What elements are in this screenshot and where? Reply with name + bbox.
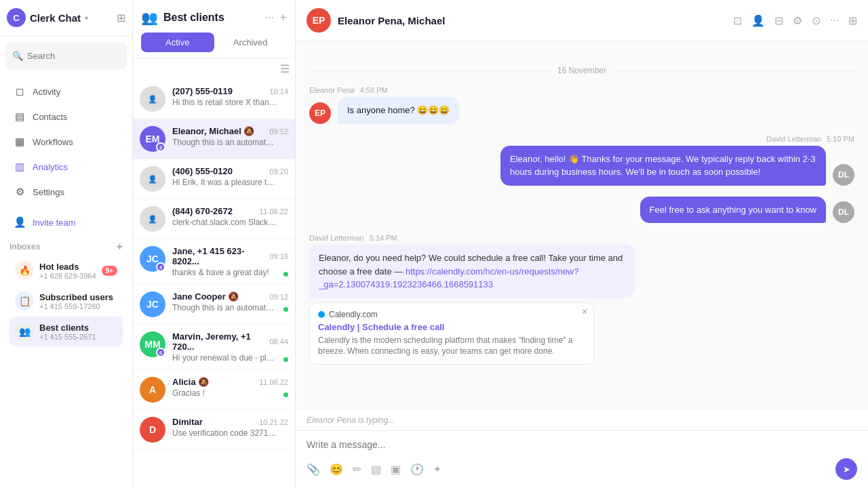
settings-icon: ⚙: [14, 186, 26, 198]
message-group: David Letterman 5:14 PM Eleanor, do you …: [309, 234, 854, 365]
conv-name: (406) 555-0120: [172, 166, 233, 176]
chat-inbox-icon[interactable]: ⊟: [774, 14, 783, 27]
chat-settings-icon[interactable]: ⚙: [793, 14, 802, 27]
schedule-icon[interactable]: 🕐: [410, 463, 424, 476]
chat-timer-icon[interactable]: ⊙: [812, 14, 821, 27]
inbox-icon-best: 👥: [15, 322, 34, 341]
conv-avatar-wrap: A: [140, 377, 165, 403]
conv-avatar: D: [140, 417, 165, 443]
conversation-item[interactable]: MM 6 Marvin, Jeremy, +1 720... 08:44 Hi …: [133, 325, 295, 370]
chat-more-icon[interactable]: ···: [830, 14, 839, 26]
conv-name: Eleanor, Michael 🔕: [172, 126, 255, 136]
conv-tabs: Active Archived: [141, 33, 287, 52]
tab-archived[interactable]: Archived: [214, 33, 288, 52]
inbox-number-best: +1 415 555-2671: [39, 333, 117, 341]
conv-more-button[interactable]: ···: [265, 12, 274, 24]
conv-add-button[interactable]: +: [279, 11, 287, 25]
search-box[interactable]: 🔍 ⌘ k: [5, 43, 127, 69]
conv-badge: 2: [156, 142, 165, 152]
conv-content: Jane, +1 415 623-8202... 09:16 thanks & …: [172, 246, 288, 277]
conv-time: 10:14: [269, 87, 288, 96]
inboxes-header: Inboxes +: [9, 241, 123, 253]
nav-item-contacts[interactable]: ▤ Contacts: [4, 104, 128, 129]
nav-label-activity: Activity: [33, 87, 60, 97]
calendly-icon: [318, 311, 325, 318]
conversation-item[interactable]: EM 2 Eleanor, Michael 🔕 09:52 Though thi…: [133, 119, 295, 159]
nav-label-workflows: Workflows: [33, 137, 73, 147]
search-input[interactable]: [27, 51, 141, 61]
inbox-item-best-clients[interactable]: 👥 Best clients +1 415 555-2671: [9, 317, 123, 346]
conversation-item[interactable]: JC 4 Jane, +1 415 623-8202... 09:16 than…: [133, 239, 295, 285]
inbox-item-subscribed-users[interactable]: 📋 Subscribed users +1 415 559-17260: [9, 286, 123, 316]
invite-team-button[interactable]: 👤 Invite team: [4, 210, 128, 235]
attachment-icon[interactable]: 📎: [307, 463, 320, 476]
msg-row: DL Feel free to ask anything you want to…: [309, 197, 854, 224]
conversation-item[interactable]: 👤 (406) 555-0120 09:20 Hi Erik, It was a…: [133, 159, 295, 199]
nav-item-settings[interactable]: ⚙ Settings: [4, 180, 128, 204]
inboxes-section: Inboxes + 🔥 Hot leads +1 628 629-3964 9+…: [0, 235, 132, 350]
chat-info-icon[interactable]: ⊞: [848, 14, 857, 27]
conv-name: Alicia 🔕: [172, 377, 209, 387]
sidebar-brand[interactable]: C Clerk Chat ▾: [7, 8, 88, 27]
chevron-down-icon: ▾: [85, 14, 88, 22]
conv-avatar: JC: [140, 291, 165, 317]
chat-contact-icon[interactable]: 👤: [751, 14, 765, 27]
inbox-badge-hot-leads: 9+: [102, 266, 117, 276]
close-preview-button[interactable]: ✕: [581, 307, 588, 317]
analytics-icon: ▥: [14, 161, 26, 173]
inbox-name-hot-leads: Hot leads: [39, 262, 96, 272]
conv-time: 09:16: [269, 252, 288, 260]
nav-item-workflows[interactable]: ▦ Workflows: [4, 129, 128, 154]
conv-header-row: (406) 555-0120 09:20: [172, 166, 288, 176]
sidebar-header: C Clerk Chat ▾ ⊞: [0, 0, 132, 36]
conv-preview: Though this is an automated text, we're …: [172, 138, 277, 147]
inbox-name-best: Best clients: [39, 323, 117, 333]
template-icon[interactable]: ▤: [371, 463, 381, 476]
nav-item-analytics[interactable]: ▥ Analytics: [4, 155, 128, 179]
conversations-header: 👥 Best clients ··· + Active Archived: [133, 0, 295, 58]
ai-icon[interactable]: ✦: [433, 464, 441, 474]
unread-dot: [283, 307, 288, 312]
send-button[interactable]: ➤: [835, 458, 857, 480]
conversation-item[interactable]: 👤 (844) 670-2672 11.08.22 clerk-chat.sla…: [133, 199, 295, 239]
conv-avatar-wrap: 👤: [140, 206, 165, 232]
inbox-item-hot-leads[interactable]: 🔥 Hot leads +1 628 629-3964 9+: [9, 256, 123, 285]
sidebar: C Clerk Chat ▾ ⊞ 🔍 ⌘ k ◻ Activity ▤ Cont…: [0, 0, 133, 488]
message-group: DL Feel free to ask anything you want to…: [309, 197, 854, 224]
conversation-item[interactable]: D Dimitar 10.21.22 Use verification code…: [133, 410, 295, 450]
conv-header-row: (207) 555-0119 10:14: [172, 86, 288, 96]
link-preview-title[interactable]: Calendly | Schedule a free call: [318, 322, 585, 332]
conversation-item[interactable]: JC Jane Cooper 🔕 09:12 Though this is an…: [133, 285, 295, 325]
inboxes-label: Inboxes: [9, 242, 40, 251]
msg-row: EP Is anyone home? 😀😀😀: [309, 97, 854, 124]
conv-time: 11.08.22: [259, 207, 288, 216]
conv-avatar: A: [140, 377, 165, 403]
conv-content: Marvin, Jeremy, +1 720... 08:44 Hi your …: [172, 331, 288, 363]
emoji-icon[interactable]: 😊: [330, 463, 343, 476]
filter-icon[interactable]: ☰: [280, 62, 290, 75]
msg-sender-info: Eleanor Pena 4:58 PM: [309, 86, 854, 94]
chat-input-area: 📎 😊 ✏ ▤ ▣ 🕐 ✦ ➤: [296, 430, 868, 488]
conv-preview: Hi your renewal is due - please pay here…: [172, 353, 277, 363]
conv-content: Eleanor, Michael 🔕 09:52 Though this is …: [172, 126, 288, 147]
conv-filter: ☰: [133, 58, 295, 79]
conv-header-row: Dimitar 10.21.22: [172, 417, 288, 427]
edit-icon[interactable]: ✏: [353, 463, 361, 476]
conv-badge: 4: [156, 262, 165, 272]
conv-preview: Hi this is retail store X thanks for con…: [172, 98, 277, 107]
chat-message-input[interactable]: [307, 439, 857, 450]
chat-video-icon[interactable]: ⊡: [733, 14, 742, 27]
conversation-item[interactable]: A Alicia 🔕 11.08.22 Gracias !: [133, 370, 295, 410]
link-preview-site: Calendly.com: [318, 310, 585, 319]
conversation-item[interactable]: 👤 (207) 555-0119 10:14 Hi this is retail…: [133, 79, 295, 119]
tab-active[interactable]: Active: [141, 33, 214, 52]
layout-icon[interactable]: ⊞: [117, 12, 125, 24]
nav-item-activity[interactable]: ◻ Activity: [4, 79, 128, 104]
msg-sender-time: 4:58 PM: [360, 86, 388, 94]
media-icon[interactable]: ▣: [391, 463, 401, 476]
conv-time: 09:20: [269, 167, 288, 176]
msg-bubble: Is anyone home? 😀😀😀: [338, 97, 459, 124]
inbox-info-best: Best clients +1 415 555-2671: [39, 323, 117, 341]
inbox-info-hot-leads: Hot leads +1 628 629-3964: [39, 262, 96, 280]
add-inbox-button[interactable]: +: [117, 241, 123, 253]
